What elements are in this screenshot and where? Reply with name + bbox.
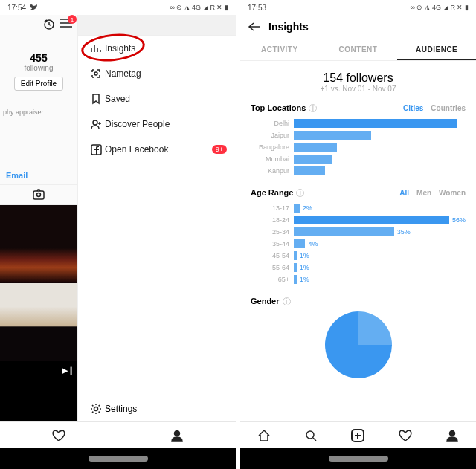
svg-point-6 — [94, 407, 98, 410]
tab-search[interactable] — [303, 428, 318, 443]
bar-label: 65+ — [251, 276, 294, 283]
info-icon[interactable]: i — [296, 189, 304, 197]
insights-icon — [87, 43, 105, 54]
photo-grid: ▶❙ — [0, 205, 77, 421]
drawer-username — [78, 15, 236, 36]
drawer-label: Open Facebook — [105, 144, 168, 155]
tab-add[interactable] — [350, 428, 365, 443]
section-heading: Age Range — [251, 188, 293, 197]
drawer-label: Discover People — [105, 119, 170, 129]
svg-point-8 — [306, 431, 314, 439]
discover-icon — [87, 118, 105, 130]
drawer-label: Insights — [105, 43, 135, 54]
drawer-label: Nametag — [105, 68, 141, 79]
settings-label: Settings — [105, 404, 137, 414]
bar-row: 65+ 1% — [251, 274, 466, 285]
nav-pill[interactable] — [89, 456, 148, 462]
bar-label: 55-64 — [251, 264, 294, 271]
tab-content[interactable]: CONTENT — [319, 39, 398, 60]
drawer-item-settings[interactable]: Settings — [78, 395, 236, 421]
video-icon: ▶❙ — [62, 366, 74, 375]
bar-row: 55-64 1% — [251, 262, 466, 273]
bar-row: 45-54 1% — [251, 250, 466, 261]
filter-men[interactable]: Men — [416, 189, 431, 197]
bar-value: 56% — [452, 216, 466, 224]
svg-point-2 — [37, 193, 41, 197]
filter-women[interactable]: Women — [439, 189, 466, 197]
facebook-icon — [87, 144, 105, 155]
bar-row: Mumbai — [251, 154, 466, 164]
home-icon — [257, 429, 271, 442]
filter-countries[interactable]: Countries — [431, 104, 466, 112]
menu-button[interactable]: 1 — [60, 18, 73, 31]
bar-value: 1% — [300, 252, 309, 259]
drawer-item-facebook[interactable]: Open Facebook 9+ — [78, 137, 236, 162]
insights-header: Insights — [240, 15, 476, 39]
following-stat[interactable]: 455 following — [0, 52, 77, 72]
status-time: 17:54 — [7, 4, 26, 12]
info-icon[interactable]: i — [283, 297, 291, 305]
following-count: 455 — [0, 52, 77, 64]
section-age-range: Age Range i All Men Women 13-17 2% 18-24 — [240, 181, 476, 289]
bar-value: 2% — [303, 204, 312, 212]
photo-thumb[interactable] — [0, 205, 77, 283]
back-icon[interactable] — [248, 22, 261, 32]
tagged-tab[interactable] — [0, 184, 77, 205]
profile-pane: 1 455 following Edit Profile phy apprais… — [0, 15, 78, 421]
add-icon — [350, 428, 365, 443]
email-button[interactable]: Email — [0, 116, 77, 184]
svg-point-3 — [94, 72, 97, 75]
tab-activity[interactable] — [398, 428, 413, 443]
gender-pie-chart — [325, 311, 392, 378]
bar-row: 25-34 35% — [251, 227, 466, 237]
bar-label: Delhi — [251, 120, 294, 127]
drawer-item-insights[interactable]: Insights — [78, 36, 236, 61]
bar-label: Jaipur — [251, 132, 294, 139]
insights-tabs: ACTIVITY CONTENT AUDIENCE — [240, 39, 476, 61]
tab-profile[interactable] — [170, 428, 184, 443]
page-title: Insights — [268, 21, 309, 33]
bar-value: 4% — [308, 240, 318, 248]
phone-left-profile: 17:54 ∞ ⊙ ◮4G◢ R ✕ ▮ 1 455 following Edi… — [0, 0, 236, 469]
heart-icon — [51, 429, 66, 442]
bar-row: Kanpur — [251, 166, 466, 176]
svg-rect-1 — [33, 191, 44, 199]
drawer-item-discover[interactable]: Discover People — [78, 111, 236, 137]
bar-label: Bangalore — [251, 143, 294, 151]
filter-cities[interactable]: Cities — [403, 104, 423, 112]
heart-icon — [398, 429, 413, 442]
filter-all[interactable]: All — [399, 189, 409, 197]
bar-row: Jaipur — [251, 130, 466, 140]
tab-home[interactable] — [257, 428, 271, 443]
follower-count: 154 followers — [240, 71, 476, 85]
bar-value: 1% — [300, 276, 309, 283]
status-bar: 17:53 ∞ ⊙ ◮4G◢ R ✕ ▮ — [240, 0, 476, 15]
drawer-item-nametag[interactable]: Nametag — [78, 61, 236, 86]
info-icon[interactable]: i — [309, 104, 317, 112]
bar-row: Delhi — [251, 118, 466, 129]
options-drawer: Insights Nametag Saved Discover People O… — [78, 15, 236, 421]
archive-icon[interactable] — [43, 19, 55, 30]
tab-activity[interactable]: ACTIVITY — [240, 39, 319, 60]
video-thumb[interactable]: ▶❙ — [0, 361, 77, 421]
menu-badge: 1 — [68, 15, 77, 24]
drawer-item-saved[interactable]: Saved — [78, 86, 236, 111]
following-label: following — [0, 64, 77, 72]
bar-label: Mumbai — [251, 155, 294, 163]
age-chart: 13-17 2% 18-24 56% 25-34 35% — [251, 203, 466, 285]
photo-thumb[interactable] — [0, 283, 77, 361]
edit-profile-button[interactable]: Edit Profile — [14, 77, 63, 91]
section-top-locations: Top Locations i Cities Countries Delhi J… — [240, 96, 476, 181]
section-heading: Top Locations — [251, 103, 306, 112]
bar-label: 13-17 — [251, 204, 294, 212]
status-net: 4G — [192, 4, 201, 11]
bottom-tabbar — [0, 421, 236, 448]
bar-row: Bangalore — [251, 142, 466, 152]
phone-right-insights: 17:53 ∞ ⊙ ◮4G◢ R ✕ ▮ Insights ACTIVITY C… — [236, 0, 476, 469]
status-bar: 17:54 ∞ ⊙ ◮4G◢ R ✕ ▮ — [0, 0, 236, 15]
tab-activity[interactable] — [51, 428, 66, 443]
tab-profile[interactable] — [445, 428, 460, 443]
tab-audience[interactable]: AUDIENCE — [397, 39, 476, 60]
notification-badge: 9+ — [212, 145, 227, 154]
nav-pill[interactable] — [329, 456, 388, 462]
